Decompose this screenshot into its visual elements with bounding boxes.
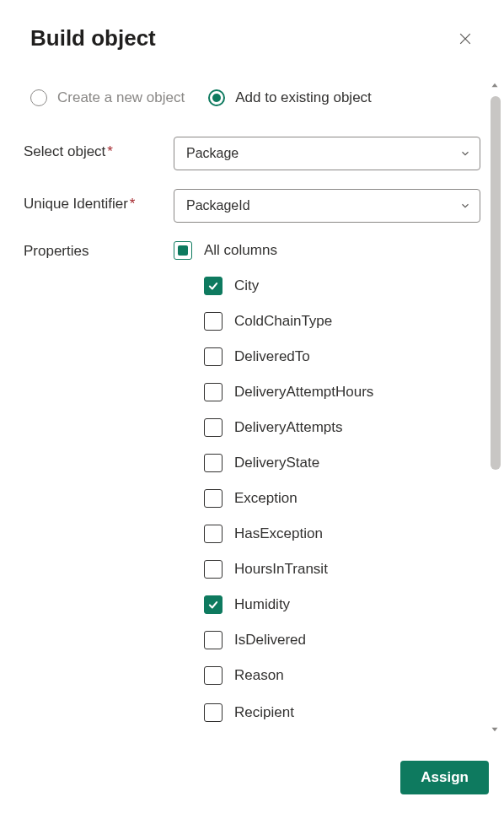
unique-identifier-label: Unique Identifier* [24,189,174,213]
dropdown-value: PackageId [186,198,250,213]
checkbox-label: HoursInTransit [234,561,328,578]
checkbox-icon [204,595,223,614]
checkbox-icon [204,631,223,649]
checkbox-icon [204,277,223,295]
checkbox-item[interactable]: HoursInTransit [204,560,480,579]
checkbox-icon [204,489,223,508]
checkbox-label: All columns [204,242,277,259]
checkbox-label: DeliveryState [234,455,319,471]
scroll-down-icon[interactable] [489,724,501,735]
checkbox-item[interactable]: DeliveryAttemptHours [204,383,480,401]
chevron-down-icon [459,148,471,159]
select-object-dropdown[interactable]: Package [174,137,480,170]
scroll-up-icon[interactable] [489,79,501,91]
radio-label: Create a new object [57,89,185,106]
checkbox-label: Humidity [234,596,290,613]
checkbox-label: Exception [234,490,298,507]
checkbox-item[interactable]: HasException [204,525,480,543]
checkbox-all-columns[interactable]: All columns [174,241,480,260]
checkbox-label: City [234,277,259,294]
checkbox-icon [204,312,223,331]
checkbox-label: IsDelivered [234,632,306,649]
panel-header: Build object [0,0,504,68]
select-object-label: Select object* [24,137,174,160]
unique-identifier-row: Unique Identifier* PackageId [24,189,480,223]
checkbox-item[interactable]: City [204,277,480,295]
checkbox-label: Reason [234,667,284,684]
radio-create-new[interactable]: Create a new object [30,89,185,106]
checkbox-icon [174,241,192,260]
radio-icon [30,89,47,106]
select-object-row: Select object* Package [24,137,480,170]
checkbox-label: DeliveryAttempts [234,419,342,436]
checkbox-item[interactable]: DeliveryAttempts [204,418,480,437]
radio-dot-icon [212,94,221,102]
unique-identifier-dropdown[interactable]: PackageId [174,189,480,223]
radio-add-existing[interactable]: Add to existing object [208,89,372,106]
checkbox-icon [204,560,223,579]
checkbox-item[interactable]: Humidity [204,595,480,614]
checkbox-label: DeliveredTo [234,348,310,365]
checkbox-icon [204,347,223,366]
checkbox-label: DeliveryAttemptHours [234,384,373,401]
scroll-area[interactable]: Create a new object Add to existing obje… [0,74,504,742]
properties-list: All columns CityColdChainTypeDeliveredTo… [174,241,480,740]
dropdown-value: Package [186,146,239,161]
checkbox-label: Recipient [234,704,294,721]
checkbox-label: ColdChainType [234,313,332,330]
checkbox-icon [204,666,223,685]
checkbox-item[interactable]: ColdChainType [204,312,480,331]
checkbox-item[interactable]: DeliveredTo [204,347,480,366]
checkbox-item[interactable]: Exception [204,489,480,508]
radio-label: Add to existing object [235,89,372,106]
checkbox-item[interactable]: Recipient [204,702,480,724]
chevron-down-icon [459,200,471,212]
properties-label: Properties [24,241,174,260]
checkbox-item[interactable]: IsDelivered [204,631,480,649]
close-icon[interactable] [457,30,474,47]
checkbox-icon [204,418,223,437]
checkbox-icon [204,703,223,722]
checkbox-item[interactable]: DeliveryState [204,454,480,472]
properties-row: Properties All columns CityColdChainType… [24,241,480,740]
checkbox-item[interactable]: Reason [204,666,480,685]
page-title: Build object [30,25,156,51]
checkbox-label: HasException [234,525,323,542]
checkbox-icon [204,525,223,543]
radio-icon [208,89,225,106]
indeterminate-icon [178,245,188,256]
checkbox-icon [204,383,223,401]
required-marker: * [130,196,136,212]
mode-radio-group: Create a new object Add to existing obje… [30,89,480,106]
assign-button[interactable]: Assign [400,761,489,794]
checkbox-icon [204,454,223,472]
required-marker: * [107,143,113,159]
panel-footer: Assign [0,742,504,813]
build-object-panel: Build object Create a new object Add [0,0,504,813]
property-items: CityColdChainTypeDeliveredToDeliveryAtte… [204,277,480,724]
